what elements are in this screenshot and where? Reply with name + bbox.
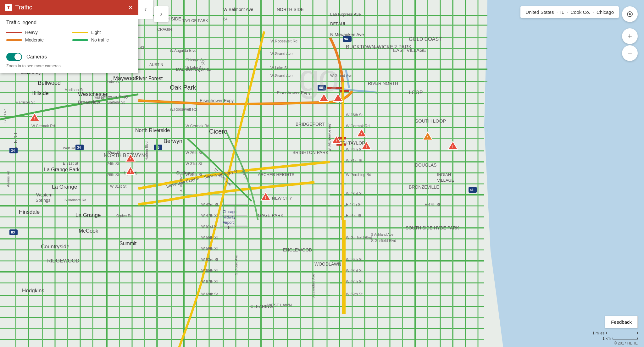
svg-text:W 43rd St: W 43rd St xyxy=(201,202,218,207)
breadcrumb-il: IL xyxy=(560,9,564,15)
cameras-toggle[interactable] xyxy=(6,53,22,61)
svg-text:W Garfield Blvd: W Garfield Blvd xyxy=(346,235,372,240)
breadcrumb-chicago: Chicago xyxy=(597,9,614,15)
svg-text:HYDE PARK: HYDE PARK xyxy=(434,225,459,230)
panel-header-left: T Traffic xyxy=(5,4,32,11)
svg-text:43: 43 xyxy=(140,45,144,50)
scale-row-km: 1 km xyxy=(602,336,638,341)
svg-text:NEW CITY: NEW CITY xyxy=(272,196,292,201)
svg-text:DEPAUL: DEPAUL xyxy=(330,21,346,26)
heavy-label: Heavy xyxy=(25,30,38,35)
svg-text:Adams Rd: Adams Rd xyxy=(6,171,10,187)
svg-text:!: ! xyxy=(130,170,131,174)
svg-text:CLEARING: CLEARING xyxy=(250,304,273,309)
legend-row-heavy: Heavy xyxy=(6,30,66,35)
breadcrumb-sep2: · xyxy=(567,9,568,15)
svg-text:Bellwood: Bellwood xyxy=(38,80,61,86)
zoom-controls: + − xyxy=(622,28,638,61)
svg-text:North Riverside: North Riverside xyxy=(135,128,170,133)
svg-text:Countryside: Countryside xyxy=(41,244,69,250)
svg-text:W Cermak Rd: W Cermak Rd xyxy=(346,124,369,128)
svg-text:SOUTH LOOP: SOUTH LOOP xyxy=(415,118,446,124)
svg-text:Harrison St: Harrison St xyxy=(16,100,35,105)
svg-text:Hodgkins: Hodgkins xyxy=(22,288,44,294)
breadcrumb-cook: Cook Co. xyxy=(570,9,590,15)
svg-text:Midway: Midway xyxy=(223,215,236,219)
svg-text:BRONZEVILLE: BRONZEVILLE xyxy=(409,185,439,190)
svg-text:S.Lawndale Ave: S.Lawndale Ave xyxy=(311,274,315,299)
nav-back-button[interactable]: ‹ xyxy=(138,0,153,19)
svg-text:AUSTIN: AUSTIN xyxy=(149,63,163,67)
heavy-line xyxy=(6,32,22,33)
svg-text:S.Garfield Blvd: S.Garfield Blvd xyxy=(371,239,396,243)
breadcrumb-sep1: · xyxy=(556,9,558,15)
svg-text:W 55th St: W 55th St xyxy=(201,235,218,240)
svg-text:Garfield St: Garfield St xyxy=(107,100,125,105)
svg-text:Summit: Summit xyxy=(119,241,137,246)
svg-text:Berwyn: Berwyn xyxy=(164,138,182,144)
svg-text:26th St: 26th St xyxy=(107,173,119,177)
svg-text:Wolf Rd: Wolf Rd xyxy=(63,146,75,150)
cameras-row: Cameras xyxy=(6,53,132,61)
zoom-out-button[interactable]: − xyxy=(622,45,638,61)
map-container[interactable]: Eisenhower Expy Eisenhower Expy Eisenhow… xyxy=(0,0,644,347)
no-traffic-label: No traffic xyxy=(91,37,109,42)
svg-text:Chicago: Chicago xyxy=(223,210,236,214)
svg-text:Chicago Ave: Chicago Ave xyxy=(186,58,207,62)
svg-text:LOOP: LOOP xyxy=(409,90,423,95)
svg-text:Austin Blvd: Austin Blvd xyxy=(179,174,183,192)
svg-text:W 51st St: W 51st St xyxy=(201,224,218,229)
svg-text:BRIGHTON PARK: BRIGHTON PARK xyxy=(292,150,329,155)
close-button[interactable]: ✕ xyxy=(128,4,133,11)
svg-text:McCook: McCook xyxy=(79,228,98,234)
svg-text:W 69th St: W 69th St xyxy=(201,292,218,296)
location-target-button[interactable] xyxy=(622,6,638,22)
moderate-label: Moderate xyxy=(25,37,44,42)
breadcrumb-us: United States xyxy=(525,9,554,15)
svg-text:!: ! xyxy=(337,97,338,101)
svg-text:E.31st St: E.31st St xyxy=(63,161,78,166)
panel-title: Traffic xyxy=(15,4,32,11)
svg-text:La Grange: La Grange xyxy=(52,184,77,190)
svg-text:!: ! xyxy=(336,139,337,143)
svg-text:E 47th St: E 47th St xyxy=(346,202,362,207)
no-traffic-line xyxy=(72,39,88,41)
svg-text:64: 64 xyxy=(223,17,228,21)
svg-text:Oak Park: Oak Park xyxy=(170,84,196,91)
svg-text:NORTH SIDE: NORTH SIDE xyxy=(277,7,304,12)
legend-row-moderate: Moderate xyxy=(6,37,66,42)
svg-text:!: ! xyxy=(427,135,428,139)
svg-text:River Forest: River Forest xyxy=(135,76,163,81)
breadcrumb: United States · IL · Cook Co. · Chicago xyxy=(520,6,619,18)
svg-text:Hinsdale: Hinsdale xyxy=(19,209,40,215)
svg-text:W.Lake St: W.Lake St xyxy=(186,66,203,70)
svg-text:W 43rd St: W 43rd St xyxy=(346,191,363,196)
cameras-label: Cameras xyxy=(26,54,47,60)
traffic-icon: T xyxy=(5,4,12,11)
svg-text:W 63rd St: W 63rd St xyxy=(201,257,218,262)
svg-text:Airport: Airport xyxy=(223,220,234,225)
scale-bar: 1 miles 1 km xyxy=(592,331,638,341)
svg-text:S Ashland Ave: S Ashland Ave xyxy=(371,233,393,236)
legend-title: Traffic legend xyxy=(6,20,132,25)
svg-text:Harlem Blvd: Harlem Blvd xyxy=(145,141,148,160)
feedback-button[interactable]: Feedback xyxy=(605,316,638,328)
light-line xyxy=(72,32,88,33)
svg-text:34: 34 xyxy=(11,149,15,152)
moderate-line xyxy=(6,39,22,41)
svg-text:WOODLAWN: WOODLAWN xyxy=(314,262,341,267)
km-scale-line xyxy=(613,338,638,339)
svg-text:VILLAGE: VILLAGE xyxy=(437,178,454,183)
breadcrumb-forward-arrow[interactable]: › xyxy=(154,6,169,22)
svg-text:S Brainard Rd: S Brainard Rd xyxy=(64,198,86,202)
svg-text:Western: Western xyxy=(36,192,53,197)
svg-text:RIVER NORTH: RIVER NORTH xyxy=(368,81,398,86)
divider xyxy=(6,49,132,49)
zoom-in-button[interactable]: + xyxy=(622,28,638,44)
svg-point-274 xyxy=(629,13,631,15)
svg-text:!: ! xyxy=(130,157,131,161)
svg-text:RIDGEWOOD: RIDGEWOOD xyxy=(47,258,79,263)
target-icon xyxy=(626,10,634,18)
svg-text:Eisenhower Expy: Eisenhower Expy xyxy=(200,98,234,103)
svg-text:W.Augusta Blvd: W.Augusta Blvd xyxy=(170,48,197,53)
